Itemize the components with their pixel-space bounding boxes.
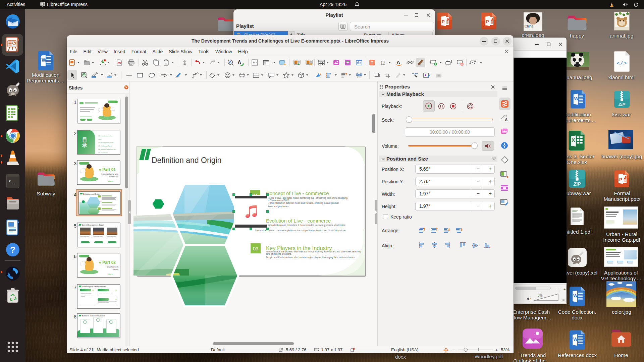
svg-text:A: A <box>237 60 241 65</box>
svg-text:Initially focused on fashion a: Initially focused on fashion and cosmeti… <box>255 224 346 227</box>
svg-text:A: A <box>505 118 508 122</box>
svg-text:Definition and Origin: Definition and Origin <box>152 156 221 165</box>
svg-text:T: T <box>371 61 373 65</box>
svg-text:Concept of Live - commerce: Concept of Live - commerce <box>266 190 329 196</box>
svg-text:Evolution of Live - commerce: Evolution of Live - commerce <box>266 218 331 224</box>
svg-text:A: A <box>396 60 400 65</box>
svg-text:tens of millions of dollars.: tens of millions of dollars. <box>266 253 291 255</box>
svg-text:03: 03 <box>253 246 259 251</box>
svg-text:Ω: Ω <box>381 60 385 66</box>
svg-text:Douyin and Kuaishou have also: Douyin and Kuaishou have also become maj… <box>266 256 355 259</box>
svg-text:>_: >_ <box>8 179 14 184</box>
svg-text:?: ? <box>10 245 15 255</box>
